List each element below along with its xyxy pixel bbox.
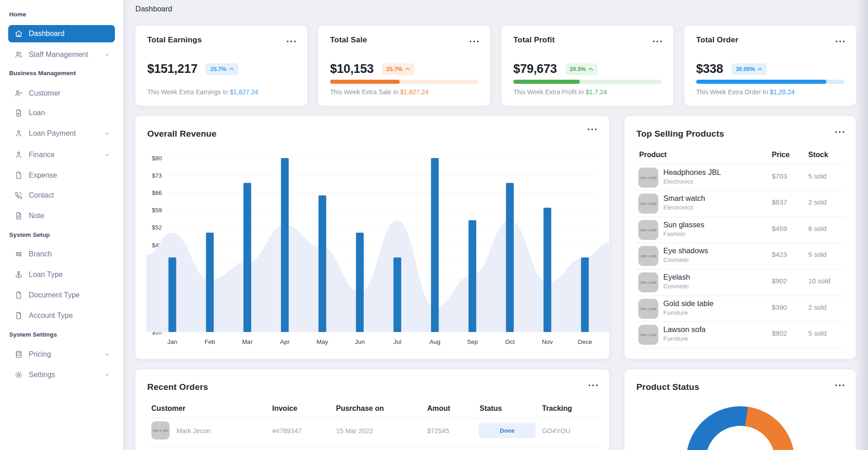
product-category: Fashion (663, 230, 685, 237)
product-row[interactable]: 200 x 200 Lawson sofa Furniture $902 5 s… (636, 322, 845, 348)
sidebar-item-loan[interactable]: Loan (8, 104, 115, 122)
ellipsis-menu-icon[interactable] (834, 128, 846, 136)
chevron-down-icon (104, 351, 110, 358)
svg-text:Oct: Oct (505, 338, 515, 345)
stat-badge-label: 20.5% (570, 66, 586, 72)
svg-text:Feb: Feb (205, 338, 215, 345)
stat-card-total-sale: Total Sale $10,153 25.7% This Week Extra… (318, 26, 490, 106)
stat-card-total-order: Total Order $338 30.00% This Week Extra … (684, 26, 856, 106)
stat-footer-text: This Week Extra Order In (696, 88, 770, 96)
product-status-card: Product Status (625, 369, 856, 450)
ellipsis-menu-icon[interactable] (285, 37, 297, 46)
user-check-icon (14, 89, 23, 98)
sidebar-item-account-type[interactable]: Account Type (8, 307, 115, 324)
stat-card-title: Total Order (696, 36, 739, 45)
table-row[interactable]: 100 x 100 Mark Jecon #4789347 15 Mar 202… (135, 418, 609, 446)
card-title: Recent Orders (147, 382, 208, 392)
sidebar-section-home: Home (9, 11, 26, 18)
order-invoice: #4789347 (272, 427, 302, 435)
divider (636, 348, 845, 348)
sidebar-item-label: Finance (29, 151, 104, 159)
product-category: Cosmetic (663, 283, 689, 290)
sidebar-item-note[interactable]: Note (8, 207, 115, 225)
ellipsis-menu-icon[interactable] (834, 37, 846, 46)
phone-icon (14, 191, 23, 200)
product-name: Headphones JBL (663, 168, 721, 177)
sidebar-item-label: Loan Type (29, 271, 115, 279)
status-badge: Done (479, 423, 536, 438)
product-stock: 2 sold (808, 198, 827, 206)
sidebar-item-contact[interactable]: Contact (8, 187, 115, 204)
sidebar-item-staff-management[interactable]: Staff Management (8, 46, 115, 63)
ellipsis-menu-icon[interactable] (651, 37, 663, 46)
ellipsis-menu-icon[interactable] (468, 37, 480, 46)
product-stock: 10 sold (808, 277, 830, 285)
product-name: Eyelash (663, 273, 690, 281)
stat-badge: 25.7% (382, 63, 414, 75)
caret-up-icon (405, 67, 410, 71)
product-row[interactable]: 200 x 200 Eyelash Cosmetic $902 10 sold (636, 269, 845, 295)
ellipsis-menu-icon[interactable] (834, 381, 846, 389)
sidebar-item-expense[interactable]: Expense (8, 167, 115, 184)
sidebar-item-label: Document Type (29, 291, 115, 299)
product-stock: 2 sold (808, 303, 827, 311)
user-icon (14, 150, 23, 159)
product-name: Eye shadows (663, 246, 708, 255)
product-row[interactable]: 200 x 200 Eye shadows Cosmetic $423 5 so… (636, 243, 845, 269)
svg-text:Jul: Jul (393, 338, 401, 345)
product-thumbnail: 200 x 200 (638, 325, 658, 345)
product-row[interactable]: 200 x 200 Gold side table Furniture $390… (636, 296, 845, 322)
svg-text:$59: $59 (152, 207, 162, 214)
stat-footer-text: This Week Extra Profit In (513, 88, 585, 96)
table-row-partial[interactable] (135, 446, 609, 450)
sidebar-item-customer[interactable]: Customer (8, 85, 115, 102)
column-header-stock: Stock (808, 151, 828, 159)
product-category: Electronics (663, 178, 693, 185)
order-tracking: GO4YOU (542, 427, 570, 435)
sidebar-item-finance[interactable]: Finance (8, 146, 115, 164)
sidebar-item-branch[interactable]: Branch (8, 245, 115, 263)
sidebar-item-label: Account Type (29, 312, 115, 320)
product-category: Electronics (663, 204, 693, 211)
product-row[interactable]: 200 x 200 Headphones JBL Electronics $70… (636, 164, 845, 190)
home-icon (14, 29, 23, 38)
sidebar-item-loan-payment[interactable]: Loan Payment (8, 125, 115, 142)
stat-card-total-earnings: Total Earnings $151,217 25.7% This Week … (135, 26, 307, 106)
svg-text:Jun: Jun (355, 338, 365, 345)
product-row[interactable]: 200 x 200 Smart watch Electronics $837 2… (636, 190, 845, 216)
stat-footer-amount: $1,827.24 (400, 88, 429, 96)
ellipsis-menu-icon[interactable] (587, 381, 599, 389)
product-row[interactable]: 200 x 200 Sun glasses Fashion $459 6 sol… (636, 217, 845, 243)
order-amount: $72545 (427, 427, 449, 435)
column-header-amount: Amout (427, 404, 450, 413)
product-price: $902 (772, 329, 787, 337)
chevron-down-icon (104, 372, 110, 378)
sidebar-item-pricing[interactable]: Pricing (8, 346, 115, 363)
customer-avatar: 100 x 100 (151, 421, 170, 440)
file-text-icon (14, 211, 23, 220)
stat-card-title: Total Profit (513, 36, 555, 45)
product-thumbnail: 200 x 200 (638, 168, 658, 188)
file-plus-icon (14, 108, 23, 118)
stat-footer-text: This Week Extra Earnings In (147, 88, 230, 96)
progress-bar (696, 80, 844, 84)
sidebar-item-dashboard[interactable]: Dashboard (8, 25, 115, 42)
caret-up-icon (758, 67, 762, 71)
stat-footer: This Week Extra Sale In $1,827.24 (330, 88, 429, 96)
sidebar-item-document-type[interactable]: Document Type (8, 286, 115, 304)
product-stock: 5 sold (808, 172, 827, 180)
stat-card-title: Total Sale (330, 36, 367, 45)
sidebar-item-label: Expense (29, 171, 115, 179)
sidebar-item-settings[interactable]: Settings (8, 366, 115, 384)
stat-footer: This Week Extra Earnings In $1,827.24 (147, 88, 258, 96)
chevron-down-icon (104, 152, 110, 158)
product-stock: 5 sold (808, 329, 827, 337)
sidebar-item-loan-type[interactable]: Loan Type (8, 266, 115, 283)
stat-value: $338 (696, 62, 723, 76)
column-header-purchase: Pusrchase on (336, 404, 384, 413)
stat-footer-amount: $1,827.24 (230, 88, 258, 96)
product-category: Furniture (663, 309, 688, 316)
product-name: Lawson sofa (663, 325, 706, 334)
file-icon (14, 291, 23, 300)
chevron-down-icon (104, 130, 110, 137)
